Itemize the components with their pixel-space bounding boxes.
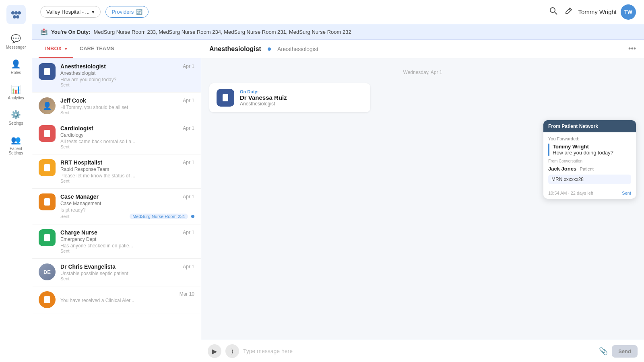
inbox-item-7-content: Dr Chris Evangelista Apr 1 Unstable poss… bbox=[60, 263, 194, 281]
patient-settings-icon: 👥 bbox=[11, 135, 21, 145]
forward-button[interactable]: ⟩ bbox=[225, 344, 239, 358]
inbox-item-1-sent: Sent bbox=[60, 82, 194, 87]
inbox-item-7[interactable]: DE Dr Chris Evangelista Apr 1 Unstable p… bbox=[32, 259, 201, 286]
inbox-item-4-content: RRT Hospitalist Apr 1 Rapid Response Tea… bbox=[60, 159, 194, 183]
svg-rect-14 bbox=[44, 164, 50, 171]
inbox-item-3-name: Cardiologist bbox=[60, 125, 93, 132]
inbox-item-1[interactable]: Anesthesiologist Apr 1 Anesthesiologist … bbox=[32, 58, 201, 93]
inbox-item-1-name: Anesthesiologist bbox=[60, 63, 106, 70]
inbox-item-4-date: Apr 1 bbox=[183, 160, 194, 165]
tab-care-teams[interactable]: CARE TEAMS bbox=[73, 40, 121, 58]
inbox-item-2-name: Jeff Cook bbox=[60, 97, 86, 104]
inbox-item-6-name: Charge Nurse bbox=[60, 229, 97, 236]
forwarded-popup: From Patient Network You Forwarded: Tomm… bbox=[543, 120, 636, 199]
avatar-evangelista: DE bbox=[39, 263, 56, 280]
compose-button[interactable] bbox=[564, 6, 573, 17]
svg-point-1 bbox=[11, 11, 14, 14]
on-duty-card-name: Dr Vanessa Ruiz bbox=[240, 94, 287, 101]
sidebar-item-analytics-label: Analytics bbox=[8, 96, 24, 100]
svg-rect-16 bbox=[44, 198, 50, 206]
inbox-item-6-preview: Has anyone checked in on patie... bbox=[60, 243, 194, 249]
sidebar-item-roles-label: Roles bbox=[11, 70, 21, 75]
sidebar-item-roles[interactable]: 👤 Roles bbox=[2, 56, 30, 78]
forwarded-from-label: From Conversation: bbox=[548, 159, 631, 163]
inbox-item-7-preview: Unstable possible septic patient bbox=[60, 271, 194, 276]
sidebar-item-patient-settings-label: Patient Settings bbox=[5, 146, 27, 155]
chat-header: Anesthesiologist Anesthesiologist ••• bbox=[201, 40, 644, 58]
sidebar-item-patient-settings[interactable]: 👥 Patient Settings bbox=[2, 132, 30, 158]
inbox-item-4[interactable]: RRT Hospitalist Apr 1 Rapid Response Tea… bbox=[32, 154, 201, 189]
svg-point-5 bbox=[16, 15, 19, 19]
avatar-charge-nurse bbox=[39, 229, 56, 246]
sidebar-item-settings[interactable]: ⚙️ Settings bbox=[2, 107, 30, 129]
svg-point-3 bbox=[18, 11, 21, 14]
svg-rect-21 bbox=[223, 94, 228, 101]
inbox-item-2-sent: Sent bbox=[60, 110, 194, 115]
analytics-icon: 📊 bbox=[11, 84, 21, 94]
inbox-item-8-preview: You have received a Clinical Aler... bbox=[60, 298, 194, 303]
svg-rect-12 bbox=[44, 130, 50, 137]
app-logo[interactable] bbox=[6, 5, 26, 24]
on-duty-rooms: MedSurg Nurse Room 233, MedSurg Nurse Ro… bbox=[93, 29, 351, 35]
inbox-item-5[interactable]: Case Manager Apr 1 Case Management Is pt… bbox=[32, 189, 201, 224]
main-area: Valley Hospital - ... ▾ Providers 🔄 Tomm… bbox=[32, 0, 644, 362]
inbox-item-2-date: Apr 1 bbox=[183, 98, 194, 103]
audio-button[interactable]: ▶ bbox=[208, 344, 221, 358]
inbox-item-2-content: Jeff Cook Apr 1 Hi Tommy, you should be … bbox=[60, 97, 194, 115]
forwarded-message-text: How are you doing today? bbox=[553, 150, 631, 156]
inbox-item-3-sent: Sent bbox=[60, 144, 194, 149]
on-duty-card-info: On Duty: Dr Vanessa Ruiz Anesthesiologis… bbox=[240, 89, 287, 107]
chat-status-dot bbox=[268, 47, 271, 51]
user-avatar[interactable]: TW bbox=[621, 4, 636, 20]
inbox-item-2-preview: Hi Tommy, you should be all set bbox=[60, 105, 194, 110]
inbox-item-7-date: Apr 1 bbox=[183, 264, 194, 269]
inbox-item-2[interactable]: 👤 Jeff Cook Apr 1 Hi Tommy, you should b… bbox=[32, 93, 201, 120]
svg-point-4 bbox=[13, 15, 16, 19]
inbox-tabs: INBOX ▾ CARE TEAMS bbox=[32, 40, 201, 58]
avatar-anesthesiologist bbox=[39, 63, 56, 80]
providers-button[interactable]: Providers 🔄 bbox=[105, 6, 149, 18]
avatar-clinical-alert bbox=[39, 291, 56, 308]
inbox-item-4-sent: Sent bbox=[60, 179, 194, 183]
on-duty-card-role: Anesthesiologist bbox=[240, 101, 287, 107]
tab-inbox[interactable]: INBOX ▾ bbox=[39, 40, 73, 58]
inbox-item-6-subtitle: Emergency Dept bbox=[60, 237, 194, 242]
settings-icon: ⚙️ bbox=[11, 110, 21, 119]
svg-point-2 bbox=[14, 11, 18, 14]
svg-rect-20 bbox=[44, 296, 50, 303]
inbox-item-3[interactable]: Cardiologist Apr 1 Cardiology All tests … bbox=[32, 120, 201, 154]
inbox-item-6-content: Charge Nurse Apr 1 Emergency Dept Has an… bbox=[60, 229, 194, 253]
avatar-case-manager bbox=[39, 193, 56, 210]
sidebar-item-settings-label: Settings bbox=[8, 121, 23, 125]
inbox-item-8[interactable]: Mar 10 You have received a Clinical Aler… bbox=[32, 286, 201, 313]
sidebar-item-messenger-label: Messenger bbox=[6, 45, 26, 49]
providers-label: Providers bbox=[111, 9, 134, 15]
avatar-rrt bbox=[39, 159, 56, 176]
inbox-item-1-date: Apr 1 bbox=[183, 64, 194, 69]
forwarded-from-info: Jack Jones Patient bbox=[548, 165, 631, 172]
user-name: Tommy Wright bbox=[578, 8, 617, 15]
attachment-icon[interactable]: 📎 bbox=[599, 347, 608, 356]
message-input[interactable] bbox=[243, 348, 595, 354]
forwarded-sender-name: Tommy Wright bbox=[553, 144, 631, 150]
inbox-item-1-content: Anesthesiologist Apr 1 Anesthesiologist … bbox=[60, 63, 194, 87]
send-button[interactable]: Send bbox=[612, 345, 638, 358]
inbox-item-5-content: Case Manager Apr 1 Case Management Is pt… bbox=[60, 193, 194, 219]
svg-point-6 bbox=[550, 8, 555, 12]
search-button[interactable] bbox=[549, 6, 558, 17]
sidebar-item-messenger[interactable]: 💬 Messenger bbox=[2, 31, 30, 53]
tab-inbox-arrow: ▾ bbox=[65, 47, 67, 51]
user-info: Tommy Wright TW bbox=[578, 4, 636, 20]
inbox-item-1-preview: How are you doing today? bbox=[60, 77, 194, 82]
inbox-item-3-content: Cardiologist Apr 1 Cardiology All tests … bbox=[60, 125, 194, 149]
more-options-button[interactable]: ••• bbox=[628, 45, 636, 53]
inbox-item-6[interactable]: Charge Nurse Apr 1 Emergency Dept Has an… bbox=[32, 224, 201, 259]
inbox-item-8-content: Mar 10 You have received a Clinical Aler… bbox=[60, 291, 194, 303]
sidebar-item-analytics[interactable]: 📊 Analytics bbox=[2, 81, 30, 103]
avatar-cardiologist bbox=[39, 125, 56, 142]
forwarded-quote: Tommy Wright How are you doing today? bbox=[548, 144, 631, 156]
inbox-panel: INBOX ▾ CARE TEAMS Anesthesiologist bbox=[32, 40, 201, 362]
forwarded-sent-label: Sent bbox=[622, 191, 631, 195]
hospital-selector[interactable]: Valley Hospital - ... ▾ bbox=[40, 6, 101, 18]
inbox-item-5-tag: MedSurg Nurse Room 231 bbox=[130, 214, 188, 219]
